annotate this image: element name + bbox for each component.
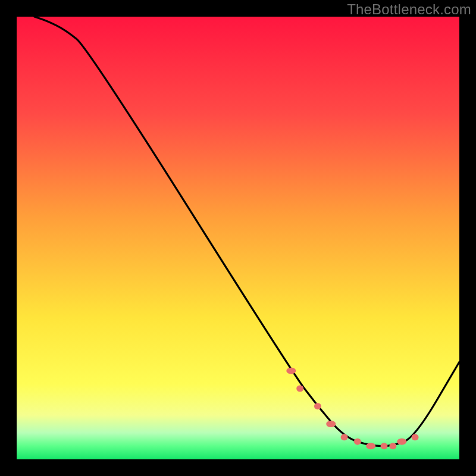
highlight-dot	[354, 439, 361, 445]
highlight-dot	[412, 434, 419, 440]
highlight-dot	[381, 443, 388, 449]
chart-container: { "watermark": "TheBottleneck.com", "cha…	[0, 0, 476, 476]
highlight-dot	[314, 403, 321, 409]
highlight-dot	[286, 368, 296, 374]
highlight-dot	[366, 443, 375, 449]
highlight-dot	[326, 421, 336, 427]
bottleneck-chart	[0, 0, 476, 476]
watermark-text: TheBottleneck.com	[347, 1, 471, 18]
highlight-dot	[389, 443, 396, 449]
highlight-dot	[397, 439, 406, 445]
highlight-dot	[296, 386, 303, 392]
highlight-dot	[341, 434, 348, 440]
plot-background	[17, 17, 459, 459]
